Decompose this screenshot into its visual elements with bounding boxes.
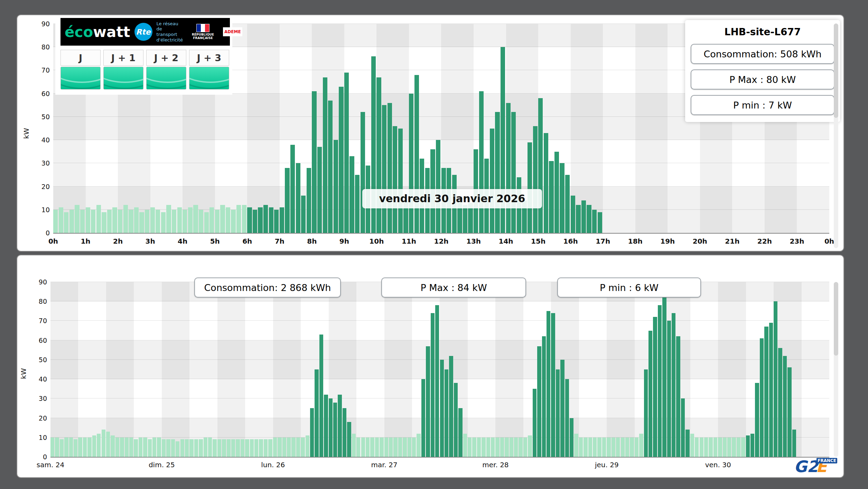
vertical-scrollbar[interactable] — [834, 282, 838, 457]
x-tick-label: 18h — [628, 237, 643, 245]
chart-bar — [226, 207, 230, 233]
chart-bar — [324, 395, 328, 457]
y-tick-label: 40 — [39, 375, 47, 383]
chart-bar — [417, 434, 420, 457]
x-tick-label: 0h — [48, 237, 58, 245]
chart-bar — [107, 210, 112, 233]
chart-bar — [538, 98, 543, 233]
chart-bar — [542, 336, 546, 457]
chart-bar — [69, 438, 73, 457]
x-tick-label: sam. 24 — [37, 461, 64, 469]
chart-bar — [445, 369, 448, 457]
chart-bar — [426, 346, 430, 457]
tab-day-j2[interactable]: J + 2 — [146, 50, 186, 90]
stat-pmin-day: P min : 7 kW — [691, 95, 834, 115]
chart-bar — [511, 112, 516, 233]
chart-bar — [301, 196, 306, 233]
chart-bar — [120, 438, 124, 457]
chart-bar — [440, 360, 444, 457]
tab-day-j[interactable]: J — [60, 50, 101, 90]
tab-day-j1[interactable]: J + 1 — [103, 50, 143, 90]
x-axis: sam. 24dim. 25lun. 26mar. 27mer. 28jeu. … — [50, 459, 829, 470]
x-tick-label: 19h — [660, 237, 675, 245]
chart-bar — [343, 408, 346, 457]
chart-bar — [506, 103, 511, 233]
chart-bar — [161, 212, 166, 233]
chart-bar — [560, 360, 564, 457]
ademe-logo: ADEME — [223, 27, 242, 36]
chart-bar — [361, 438, 365, 457]
chart-bar — [554, 152, 559, 233]
chart-bar — [50, 438, 54, 457]
chart-bar — [380, 438, 383, 457]
ecowatt-signal-tile — [189, 67, 229, 90]
republique-francaise-logo: RÉPUBLIQUE FRANÇAISE — [187, 24, 219, 40]
x-tick-label: 21h — [725, 237, 739, 245]
chart-bar — [247, 207, 252, 233]
chart-bar — [285, 168, 289, 233]
scrollbar-thumb[interactable] — [834, 23, 838, 118]
chart-bar — [556, 369, 560, 457]
x-tick-label: 1h — [81, 237, 90, 245]
chart-bar — [653, 317, 657, 457]
y-axis-title: kW — [19, 368, 28, 379]
y-tick-label: 90 — [41, 20, 50, 28]
y-tick-label: 30 — [41, 159, 50, 167]
chart-bar — [241, 439, 244, 457]
chart-bar — [188, 207, 193, 233]
chart-bar — [162, 439, 166, 457]
x-tick-label: 0h — [824, 237, 834, 245]
gridline — [53, 163, 829, 163]
rte-logo-text: Rte — [136, 28, 150, 36]
chart-bar — [695, 438, 699, 457]
chart-bar — [134, 439, 138, 457]
chart-bar — [349, 156, 354, 233]
x-tick-label: 16h — [563, 237, 578, 245]
chart-bar — [361, 112, 365, 233]
chart-bar — [565, 379, 569, 457]
chart-bar — [64, 212, 68, 233]
gridline — [50, 301, 829, 301]
chart-bar — [792, 430, 796, 457]
ecowatt-signal-tile — [146, 67, 186, 90]
chart-bar — [774, 301, 777, 457]
chart-bar — [329, 398, 333, 457]
x-tick-label: 14h — [499, 237, 513, 245]
chart-bar — [74, 439, 77, 457]
chart-bar — [737, 438, 740, 457]
chart-bar — [185, 439, 189, 457]
scrollbar-thumb[interactable] — [834, 282, 838, 356]
chart-bar — [482, 438, 485, 457]
chart-bar — [690, 434, 694, 457]
chart-bar — [204, 438, 207, 457]
chart-bar — [333, 403, 337, 457]
chart-bar — [764, 327, 768, 457]
vertical-scrollbar[interactable] — [834, 23, 838, 248]
chart-bar — [106, 432, 110, 457]
chart-bar — [227, 439, 231, 457]
chart-bar — [356, 438, 360, 457]
chart-bar — [755, 383, 759, 457]
chart-bar — [662, 294, 666, 457]
chart-bar — [282, 438, 286, 457]
chart-bar — [253, 210, 257, 233]
x-tick-label: 6h — [242, 237, 252, 245]
x-axis: 0h1h2h3h4h5h6h7h8h9h10h11h12h13h14h15h16… — [53, 236, 829, 247]
chart-bar — [296, 438, 300, 457]
chart-bar — [393, 438, 397, 457]
chart-bar — [579, 438, 583, 457]
date-label: vendredi 30 janvier 2026 — [362, 189, 542, 208]
chart-bar — [718, 438, 722, 457]
tab-day-j3[interactable]: J + 3 — [189, 50, 229, 90]
chart-bar — [193, 205, 198, 233]
republique-francaise-text: RÉPUBLIQUE FRANÇAISE — [187, 33, 219, 40]
chart-bar — [787, 367, 791, 457]
chart-bar — [352, 434, 356, 457]
y-tick-label: 70 — [39, 317, 47, 325]
chart-bar — [118, 210, 122, 233]
chart-bar — [312, 91, 316, 233]
ecowatt-wordmark: écowatt — [65, 23, 130, 40]
chart-bar — [760, 338, 764, 457]
chart-bar — [713, 438, 717, 457]
chart-bar — [129, 210, 133, 233]
